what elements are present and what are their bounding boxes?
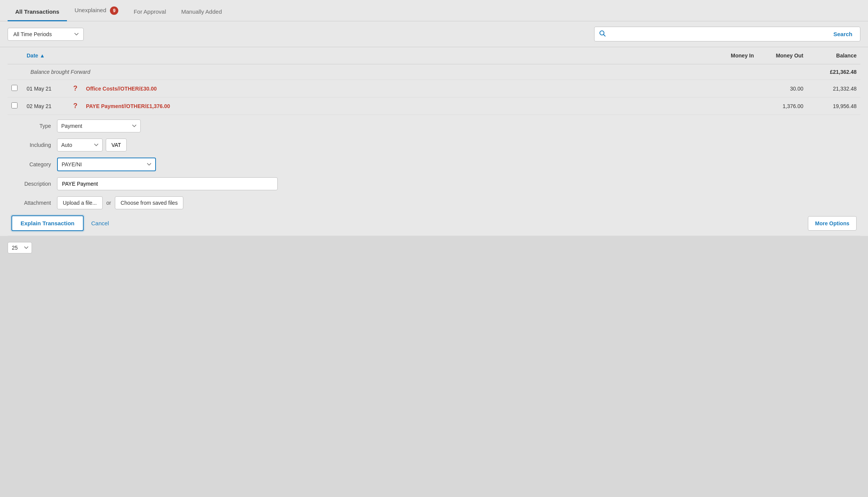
row2-date: 02 May 21 — [23, 97, 68, 115]
category-label: Category — [11, 161, 57, 167]
expanded-form-row: Type Payment Transfer Receipt Including — [8, 115, 860, 236]
type-select[interactable]: Payment Transfer Receipt — [57, 119, 141, 132]
time-period-select[interactable]: All Time Periods This Month Last Month T… — [8, 28, 84, 41]
transactions-table: Date ▲ Money In Money Out Balance Balanc… — [8, 47, 860, 236]
bf-moneyin — [708, 64, 758, 80]
tabs-bar: All Transactions Unexplained 9 For Appro… — [0, 0, 868, 21]
vat-button[interactable]: VAT — [106, 139, 127, 151]
type-row: Type Payment Transfer Receipt — [11, 119, 857, 132]
col-q-header — [68, 47, 82, 64]
tab-manually-added-label: Manually Added — [181, 8, 222, 15]
upload-file-button[interactable]: Upload a file... — [57, 196, 103, 209]
balance-forward-label: Balance brought Forward — [8, 64, 708, 80]
balance-forward-row: Balance brought Forward £21,362.48 — [8, 64, 860, 80]
attachment-controls: Upload a file... or Choose from saved fi… — [57, 196, 183, 209]
row2-checkbox-cell — [8, 97, 23, 115]
attachment-row: Attachment Upload a file... or Choose fr… — [11, 196, 857, 209]
choose-saved-files-button[interactable]: Choose from saved files — [115, 196, 183, 209]
actions-row: Explain Transaction Cancel More Options — [11, 215, 857, 231]
col-moneyin-header: Money In — [708, 47, 758, 64]
row1-description-link[interactable]: Office Costs//OTHER/£30.00 — [86, 86, 157, 92]
col-check-header — [8, 47, 23, 64]
row2-moneyout: 1,376.00 — [758, 97, 807, 115]
search-button[interactable]: Search — [830, 29, 855, 39]
including-label: Including — [11, 142, 57, 148]
cancel-button[interactable]: Cancel — [90, 216, 111, 230]
pagination-bar: 10 25 50 100 — [0, 236, 868, 260]
actions-left: Explain Transaction Cancel — [11, 215, 110, 231]
row1-checkbox[interactable] — [11, 85, 17, 91]
or-text: or — [107, 200, 111, 206]
category-select[interactable]: PAYE/NI Office Costs Other — [57, 158, 156, 171]
table-container: Date ▲ Money In Money Out Balance Balanc… — [0, 47, 868, 236]
per-page-select[interactable]: 10 25 50 100 — [8, 242, 32, 253]
unexplained-badge: 9 — [110, 6, 118, 15]
row1-balance: 21,332.48 — [807, 80, 860, 97]
description-input[interactable] — [57, 177, 278, 190]
row1-checkbox-cell — [8, 80, 23, 97]
col-date-header[interactable]: Date ▲ — [23, 47, 68, 64]
balance-forward-amount: £21,362.48 — [807, 64, 860, 80]
row1-description[interactable]: Office Costs//OTHER/£30.00 — [82, 80, 708, 97]
row2-unexplained-icon: ? — [68, 97, 82, 115]
tab-for-approval[interactable]: For Approval — [126, 3, 173, 21]
tab-unexplained-label: Unexplained — [75, 7, 106, 13]
category-row: Category PAYE/NI Office Costs Other — [11, 158, 857, 171]
row1-unexplained-icon: ? — [68, 80, 82, 97]
col-moneyout-header: Money Out — [758, 47, 807, 64]
row2-balance: 19,956.48 — [807, 97, 860, 115]
bf-moneyout — [758, 64, 807, 80]
app-container: All Transactions Unexplained 9 For Appro… — [0, 0, 868, 497]
table-row: 02 May 21 ? PAYE Payment//OTHER/£1,376.0… — [8, 97, 860, 115]
row1-moneyout: 30.00 — [758, 80, 807, 97]
col-desc-header — [82, 47, 708, 64]
toolbar: All Time Periods This Month Last Month T… — [0, 21, 868, 47]
svg-line-1 — [604, 34, 606, 36]
row1-date: 01 May 21 — [23, 80, 68, 97]
row2-moneyin — [708, 97, 758, 115]
table-row: 01 May 21 ? Office Costs//OTHER/£30.00 3… — [8, 80, 860, 97]
more-options-button[interactable]: More Options — [808, 216, 857, 231]
row1-moneyin — [708, 80, 758, 97]
tab-manually-added[interactable]: Manually Added — [174, 3, 230, 21]
table-header-row: Date ▲ Money In Money Out Balance — [8, 47, 860, 64]
including-select[interactable]: Auto No VAT 20% VAT — [57, 139, 103, 151]
tab-all-transactions[interactable]: All Transactions — [8, 3, 67, 21]
description-label: Description — [11, 181, 57, 187]
search-bar: Search — [594, 27, 860, 41]
attachment-label: Attachment — [11, 200, 57, 206]
tab-unexplained[interactable]: Unexplained 9 — [67, 1, 126, 21]
row2-checkbox[interactable] — [11, 102, 17, 108]
tab-for-approval-label: For Approval — [134, 8, 166, 15]
description-row: Description — [11, 177, 857, 190]
explain-transaction-button[interactable]: Explain Transaction — [11, 215, 84, 231]
tab-all-transactions-label: All Transactions — [15, 8, 59, 15]
expanded-form-cell: Type Payment Transfer Receipt Including — [8, 115, 860, 236]
row2-description[interactable]: PAYE Payment//OTHER/£1,376.00 — [82, 97, 708, 115]
including-row: Including Auto No VAT 20% VAT VAT — [11, 139, 857, 151]
row2-description-link[interactable]: PAYE Payment//OTHER/£1,376.00 — [86, 103, 170, 109]
search-input[interactable] — [609, 31, 830, 37]
col-balance-header: Balance — [807, 47, 860, 64]
search-icon — [599, 30, 606, 38]
type-label: Type — [11, 123, 57, 129]
